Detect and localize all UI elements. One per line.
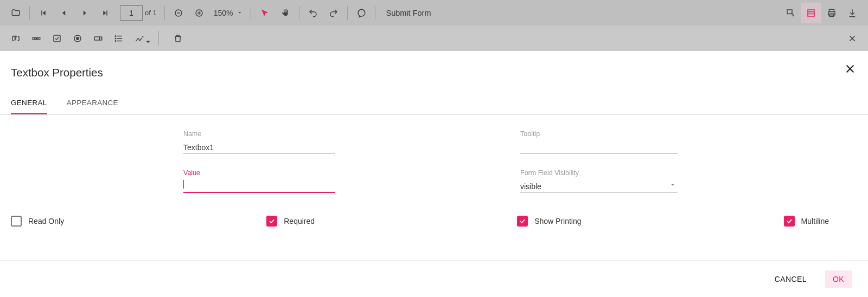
checkbox-field-button[interactable] (47, 28, 67, 49)
close-dialog-button[interactable] (844, 63, 856, 76)
dialog-footer: CANCEL OK (0, 260, 868, 297)
field-value: Value (183, 169, 341, 193)
field-value-label: Value (183, 169, 341, 177)
next-page-button[interactable] (74, 3, 95, 23)
svg-point-8 (37, 38, 39, 39)
svg-rect-9 (54, 35, 60, 42)
chevron-down-icon (237, 9, 243, 17)
signature-field-button[interactable] (129, 28, 150, 49)
dialog-tabs: GENERAL APPEARANCE (0, 93, 868, 115)
tab-general[interactable]: GENERAL (11, 93, 47, 114)
pdf-toolbar: of 1 150% Submit Form (0, 0, 868, 25)
checkbox-icon (517, 216, 528, 227)
checkbox-label: Multiline (801, 217, 829, 225)
svg-point-14 (115, 38, 116, 39)
zoom-out-button[interactable] (168, 3, 189, 23)
checkbox-row: Read Only Required Show Printing Multili… (11, 208, 857, 227)
zoom-in-button[interactable] (189, 3, 209, 23)
cancel-button[interactable]: CANCEL (767, 270, 814, 288)
visibility-select[interactable]: visible (520, 180, 678, 193)
open-file-button[interactable] (5, 3, 26, 23)
svg-point-11 (76, 37, 79, 40)
tab-appearance[interactable]: APPEARANCE (67, 93, 118, 114)
dialog-title: Textbox Properties (11, 66, 857, 79)
field-name: Name (183, 130, 341, 154)
radio-field-button[interactable] (67, 28, 88, 49)
select-tool-button[interactable] (254, 3, 275, 23)
submit-form-button[interactable]: Submit Form (379, 9, 439, 17)
edit-annotation-button[interactable] (780, 3, 801, 23)
checkbox-icon (266, 216, 277, 227)
toolbar-separator (158, 31, 159, 46)
svg-point-13 (115, 35, 116, 36)
chevron-down-icon (143, 37, 153, 47)
form-fields-toolbar (0, 25, 868, 51)
listbox-field-button[interactable] (108, 28, 129, 49)
toolbar-separator (251, 6, 251, 20)
field-name-label: Name (183, 130, 341, 138)
checkbox-label: Show Printing (534, 217, 581, 225)
dropdown-field-button[interactable] (88, 28, 108, 49)
checkbox-read-only[interactable]: Read Only (11, 216, 64, 227)
toolbar-separator (375, 6, 375, 20)
zoom-dropdown[interactable]: 150% (209, 9, 247, 17)
name-input[interactable] (183, 141, 335, 154)
toolbar-separator (29, 6, 30, 20)
chevron-down-icon (669, 181, 676, 190)
checkbox-label: Required (284, 217, 315, 225)
visibility-selected-value: visible (520, 180, 678, 193)
textbox-properties-dialog: Textbox Properties GENERAL APPEARANCE Na… (0, 51, 868, 260)
tooltip-input[interactable] (520, 141, 678, 154)
print-button[interactable] (821, 3, 842, 23)
toolbar-separator (299, 6, 299, 20)
prev-page-button[interactable] (54, 3, 74, 23)
field-visibility: Form Field Visibility visible (520, 169, 678, 193)
checkbox-icon (11, 216, 22, 227)
field-tooltip-label: Tooltip (520, 130, 678, 138)
download-button[interactable] (842, 3, 863, 23)
value-input[interactable] (183, 180, 335, 193)
svg-rect-2 (808, 10, 814, 16)
checkbox-required[interactable]: Required (266, 216, 315, 227)
page-number-input[interactable] (120, 5, 143, 21)
checkbox-multiline[interactable]: Multiline (784, 216, 829, 227)
redo-button[interactable] (323, 3, 344, 23)
checkbox-show-printing[interactable]: Show Printing (517, 216, 581, 227)
delete-field-button[interactable] (168, 28, 188, 49)
undo-button[interactable] (303, 3, 323, 23)
page-total-label: of 1 (145, 9, 157, 17)
text-caret (183, 180, 184, 189)
checkbox-icon (784, 216, 795, 227)
svg-point-7 (36, 38, 37, 39)
textbox-field-button[interactable] (5, 28, 26, 49)
close-form-toolbar-button[interactable] (842, 28, 863, 49)
zoom-value: 150% (214, 9, 233, 17)
form-designer-button[interactable] (801, 3, 821, 23)
field-visibility-label: Form Field Visibility (520, 169, 678, 177)
comment-button[interactable] (351, 3, 372, 23)
ok-button[interactable]: OK (825, 270, 852, 288)
checkbox-label: Read Only (28, 217, 64, 225)
svg-point-15 (115, 40, 116, 41)
password-field-button[interactable] (26, 28, 47, 49)
pan-tool-button[interactable] (275, 3, 296, 23)
field-tooltip: Tooltip (520, 130, 678, 154)
toolbar-separator (347, 6, 348, 20)
svg-point-6 (34, 38, 35, 39)
last-page-button[interactable] (95, 3, 116, 23)
toolbar-separator (164, 6, 165, 20)
first-page-button[interactable] (33, 3, 54, 23)
